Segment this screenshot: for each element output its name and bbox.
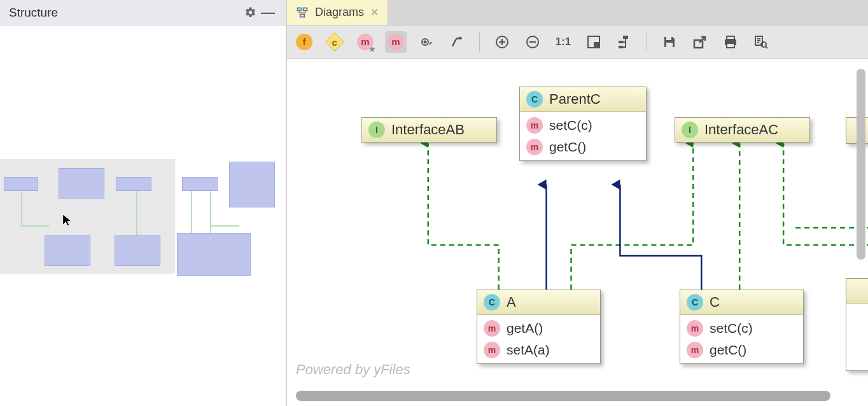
minimap-node (59, 168, 104, 199)
layout-button[interactable] (613, 31, 635, 53)
class-icon: C (484, 294, 500, 311)
method-icon: m (526, 139, 543, 155)
visibility-button[interactable] (416, 31, 437, 53)
class-icon: C (687, 294, 703, 311)
zoom-out-button[interactable] (522, 31, 543, 53)
node-class-c[interactable]: C C msetC(c) mgetC() (680, 290, 804, 364)
node-parentc[interactable]: C ParentC msetC(c) mgetC() (519, 87, 647, 161)
svg-rect-8 (594, 43, 598, 46)
node-title: ParentC (549, 91, 601, 108)
node-member: mgetC() (680, 339, 803, 361)
fit-content-button[interactable] (583, 31, 605, 53)
node-member: msetC(c) (680, 318, 803, 339)
minimize-icon[interactable]: — (259, 4, 277, 22)
svg-rect-1 (304, 8, 307, 10)
structure-title: Structure (9, 6, 241, 20)
minimap-node (177, 233, 251, 276)
node-title: InterfaceAB (391, 122, 465, 138)
node-title: InterfaceAC (704, 122, 778, 138)
node-interfaceac[interactable]: I InterfaceAC (675, 117, 810, 143)
gear-icon[interactable] (241, 4, 259, 22)
structure-panel: Structure — (0, 0, 286, 406)
svg-rect-0 (298, 8, 302, 10)
close-icon[interactable]: ✕ (370, 6, 379, 18)
node-member: mgetC() (520, 136, 646, 158)
svg-rect-13 (666, 43, 673, 47)
node-title: C (710, 294, 720, 311)
svg-rect-17 (727, 43, 734, 48)
node-member: msetA(a) (477, 339, 600, 361)
field-icon: f (296, 34, 312, 50)
diagram-footer: Powered by yFiles (296, 361, 410, 378)
minimap-node (4, 177, 38, 191)
method-icon: m (687, 320, 703, 337)
node-member: msetC(c) (520, 115, 646, 136)
svg-rect-2 (300, 14, 305, 17)
horizontal-scrollbar[interactable] (296, 391, 849, 401)
interface-icon: I (682, 122, 698, 138)
svg-rect-15 (727, 36, 734, 39)
svg-rect-9 (623, 36, 628, 39)
constructor-icon: c (325, 32, 344, 52)
zoom-actual-button[interactable]: 1:1 (552, 31, 574, 53)
diagram-canvas[interactable]: I InterfaceAB C ParentC msetC(c) mgetC()… (287, 59, 868, 406)
svg-rect-11 (619, 46, 623, 48)
method-icon: m (484, 320, 500, 337)
node-title: A (507, 294, 516, 311)
filter-methods-active-button[interactable]: m (385, 31, 407, 53)
structure-header: Structure — (0, 0, 286, 25)
filter-methods-button[interactable]: m (354, 31, 376, 53)
method-icon: m (388, 34, 404, 50)
filter-fields-button[interactable]: f (293, 31, 315, 53)
interface-icon: I (368, 122, 385, 138)
diagram-toolbar: f c m m 1:1 (287, 25, 868, 59)
method-icon: m (484, 342, 500, 358)
vertical-scrollbar[interactable] (857, 69, 865, 260)
zoom-in-button[interactable] (491, 31, 513, 53)
filter-constructors-button[interactable]: c (324, 31, 346, 53)
export-button[interactable] (689, 31, 711, 53)
svg-rect-12 (666, 37, 671, 40)
edge-style-button[interactable] (446, 31, 468, 53)
class-icon: C (526, 91, 543, 108)
node-member: mgetA() (477, 318, 600, 339)
structure-minimap[interactable] (0, 159, 286, 280)
method-icon: m (687, 342, 703, 358)
tab-label: Diagrams (315, 6, 364, 19)
save-button[interactable] (659, 31, 680, 53)
minimap-node (116, 177, 151, 191)
svg-point-4 (424, 41, 426, 43)
node-interfaceab[interactable]: I InterfaceAB (361, 117, 497, 143)
tab-strip: Diagrams ✕ (287, 0, 868, 25)
svg-rect-10 (619, 41, 623, 43)
scrollbar-thumb[interactable] (296, 391, 830, 401)
diagram-icon (296, 6, 309, 19)
method-star-icon: m (357, 34, 374, 50)
method-icon: m (526, 117, 543, 134)
print-button[interactable] (720, 31, 741, 53)
find-button[interactable] (750, 31, 772, 53)
minimap-node (115, 235, 160, 266)
minimap-node (45, 235, 90, 266)
node-class-a[interactable]: C A mgetA() msetA(a) (477, 290, 601, 364)
minimap-node (182, 177, 218, 191)
tab-diagrams[interactable]: Diagrams ✕ (287, 0, 388, 25)
minimap-node (229, 162, 275, 207)
node-clipped-bottom[interactable] (846, 278, 868, 371)
diagram-panel: Diagrams ✕ f c m m 1:1 (286, 0, 868, 406)
